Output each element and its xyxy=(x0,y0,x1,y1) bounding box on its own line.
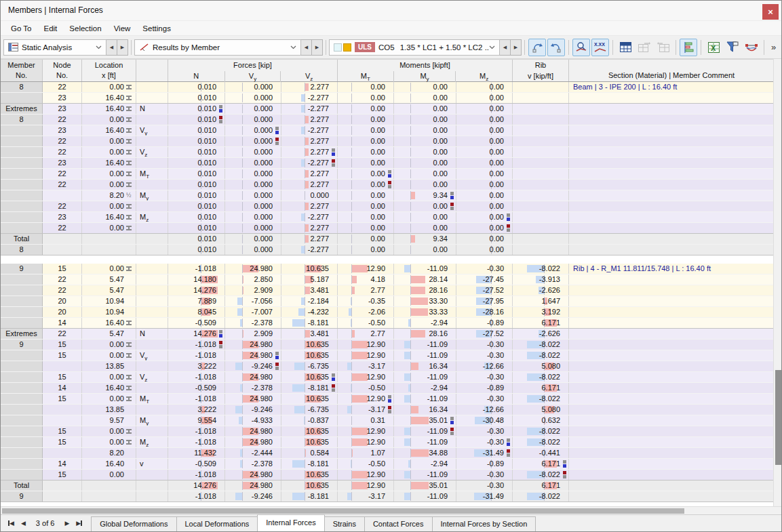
results-next-button[interactable]: ▶ xyxy=(312,39,323,56)
value-cell: 28.16 xyxy=(394,285,456,295)
table-row[interactable]: 220.00MT0.0100.0002.2770.000.000.00 xyxy=(1,169,774,180)
menu-goto[interactable]: Go To xyxy=(5,22,37,35)
value-cell: 9.554 xyxy=(168,415,225,426)
vertical-scrollbar-thumb[interactable] xyxy=(775,370,781,465)
table-row[interactable]: 150.00Mz-1.01824.98010.63512.90-11.09-0.… xyxy=(1,437,774,448)
col-header-extreme xyxy=(136,60,168,81)
analysis-type-combobox[interactable]: Static Analysis xyxy=(3,39,106,56)
member-group-label xyxy=(1,136,43,146)
table-row[interactable]: 80.0100.000-2.2770.000.000.00 xyxy=(1,245,774,255)
tab-internal-forces[interactable]: Internal Forces xyxy=(257,514,324,531)
load-combination-combobox[interactable]: ULS CO5 1.35 * LC1 + 1.50 * LC2 ... xyxy=(329,39,500,56)
table-row[interactable]: Extremes2316.40N0.0100.000-2.2770.000.00… xyxy=(1,104,774,115)
table-row[interactable]: 9150.00-1.01824.98010.63512.90-11.09-0.3… xyxy=(1,340,774,350)
combination-prev-button[interactable]: ◀ xyxy=(500,39,511,56)
table-row[interactable]: 1416.40-0.509-2.378-8.181-0.50-2.94-0.89… xyxy=(1,318,774,329)
member-results-button[interactable] xyxy=(743,39,760,56)
first-table-button[interactable]: ◀ xyxy=(5,518,18,528)
table-row[interactable]: 2316.40Vy0.0100.000-2.2770.000.000.00 xyxy=(1,125,774,136)
toolbar-overflow-button[interactable]: » xyxy=(771,42,776,52)
table-row[interactable]: 1416.40-0.509-2.378-8.181-0.50-2.94-0.89… xyxy=(1,383,774,394)
table-row[interactable]: 9150.00-1.01824.98010.63512.90-11.09-0.3… xyxy=(1,264,774,274)
table-row[interactable]: 150.00Vz-1.01824.98010.63512.90-11.09-0.… xyxy=(1,372,774,383)
section-comment xyxy=(569,169,774,179)
table-row[interactable]: 220.000.0100.0002.2770.000.000.00 xyxy=(1,180,774,190)
excel-export-button[interactable]: X xyxy=(705,39,722,56)
table-row[interactable]: Extremes225.47N14.2762.9093.4812.7728.16… xyxy=(1,329,774,340)
filter-button[interactable] xyxy=(724,39,741,56)
result-diagrams-button[interactable] xyxy=(680,39,697,56)
extreme-type-label xyxy=(136,264,168,274)
table-row[interactable]: 1416.40v-0.509-2.378-8.181-0.50-2.94-0.8… xyxy=(1,459,774,470)
next-extreme-button[interactable] xyxy=(547,39,565,56)
tab-local-deformations[interactable]: Local Deformations xyxy=(176,516,258,531)
results-mode-value: Results by Member xyxy=(153,43,290,52)
table-row[interactable]: 8.20½My0.0100.0000.0000.009.340.00 xyxy=(1,190,774,201)
value-cell: 9.34 xyxy=(394,234,456,244)
node-number xyxy=(43,405,82,415)
menu-selection[interactable]: Selection xyxy=(63,22,107,35)
combination-next-button[interactable]: ▶ xyxy=(511,39,522,56)
table-row[interactable]: 9.57My9.554-4.933-0.8370.3135.01-30.480.… xyxy=(1,415,774,426)
horizontal-scrollbar-thumb[interactable] xyxy=(2,508,684,514)
max-marker-icon xyxy=(388,395,391,403)
menu-edit[interactable]: Edit xyxy=(37,22,63,35)
table-row[interactable]: 8220.000.0100.0002.2770.000.000.00 xyxy=(1,115,774,125)
tab-global-deformations[interactable]: Global Deformations xyxy=(91,516,176,531)
value-cell: -11.09 xyxy=(394,491,456,502)
table-row[interactable]: 2010.948.045-7.007-4.232-2.0633.33-28.16… xyxy=(1,307,774,318)
table-row[interactable]: 150.00-1.01824.98010.63512.90-11.09-0.30… xyxy=(1,470,774,480)
table-row[interactable]: Total0.0100.0002.2770.009.340.00 xyxy=(1,234,774,245)
tab-internal-forces-by-section[interactable]: Internal Forces by Section xyxy=(432,516,536,531)
last-table-button[interactable]: ▶ xyxy=(73,518,85,528)
status-bar: ◀ ◀ 3 of 6 ▶ ▶ Global DeformationsLocal … xyxy=(1,514,781,531)
table-row[interactable]: 220.000.0100.0002.2770.000.000.00 xyxy=(1,223,774,234)
table-row[interactable]: 2316.400.0100.000-2.2770.000.000.00 xyxy=(1,158,774,169)
section-comment xyxy=(569,190,774,201)
table-row[interactable]: 150.00Vy-1.01824.98010.63512.90-11.09-0.… xyxy=(1,350,774,361)
results-prev-button[interactable]: ◀ xyxy=(301,39,312,56)
member-group-label xyxy=(1,415,43,426)
value-cell: 0.010 xyxy=(168,136,225,146)
table-row[interactable]: 8.2011.432-2.4440.5841.0734.88-31.49-0.4… xyxy=(1,448,774,459)
previous-table-button[interactable]: ◀ xyxy=(18,518,29,528)
table-row[interactable]: 9-1.018-9.246-8.181-3.17-11.09-31.49-8.0… xyxy=(1,491,774,502)
table-row[interactable]: 225.4714.1802.8505.1874.1828.14-27.45-3.… xyxy=(1,274,774,285)
horizontal-scrollbar[interactable] xyxy=(1,506,782,514)
table-row[interactable]: 2010.947.889-7.056-2.184-0.3533.30-27.95… xyxy=(1,296,774,307)
tab-strains[interactable]: Strains xyxy=(325,516,364,531)
member-group-label xyxy=(1,426,43,436)
next-table-button[interactable]: ▶ xyxy=(61,518,73,528)
menu-settings[interactable]: Settings xyxy=(136,22,177,35)
table-row[interactable]: 2316.40Mz0.0100.000-2.2770.000.000.00 xyxy=(1,212,774,223)
results-mode-combobox[interactable]: Results by Member xyxy=(134,39,301,56)
analysis-next-button[interactable]: ▶ xyxy=(117,39,128,56)
table-row[interactable]: 220.000.0100.0002.2770.000.000.00 xyxy=(1,201,774,212)
table-row[interactable]: Total14.27624.98010.63512.9035.01-0.306.… xyxy=(1,480,774,491)
value-cell: 0.00 xyxy=(456,115,513,125)
location-value: 5.47 xyxy=(82,329,136,339)
table-row[interactable]: 8220.000.0100.0002.2770.000.000.00Beam |… xyxy=(1,82,774,93)
menu-view[interactable]: View xyxy=(108,22,137,35)
show-result-values-button[interactable] xyxy=(572,39,590,56)
value-cell: -3.913 xyxy=(513,274,569,285)
analysis-prev-button[interactable]: ◀ xyxy=(106,39,117,56)
section-comment xyxy=(569,350,774,361)
tab-contact-forces[interactable]: Contact Forces xyxy=(364,516,432,531)
table-row[interactable]: 2316.400.0100.000-2.2770.000.000.00 xyxy=(1,93,774,104)
close-button[interactable]: × xyxy=(762,4,779,20)
table-row[interactable]: 220.00Vz0.0100.0002.2770.000.000.00 xyxy=(1,147,774,158)
table-row[interactable]: 150.00MT-1.01824.98010.63512.90-11.09-0.… xyxy=(1,394,774,405)
value-cell: 0.00 xyxy=(338,245,394,255)
table-row[interactable]: 13.853.222-9.246-6.735-3.1716.34-12.665.… xyxy=(1,405,774,415)
member-group-label xyxy=(1,223,43,233)
table-row[interactable]: 13.853.222-9.246-6.735-3.1716.34-12.665.… xyxy=(1,361,774,372)
table-row[interactable]: 225.4714.2762.9093.4812.7728.16-27.52-2.… xyxy=(1,285,774,296)
table-row[interactable]: 220.000.0100.0002.2770.000.000.00 xyxy=(1,136,774,147)
table-row[interactable]: 150.00-1.01824.98010.63512.90-11.09-0.30… xyxy=(1,426,774,437)
table-settings-button[interactable] xyxy=(617,39,634,56)
vertical-scrollbar[interactable] xyxy=(773,59,782,506)
previous-extreme-button[interactable] xyxy=(528,39,546,56)
decimal-places-button[interactable]: X.XX xyxy=(591,39,609,56)
section-comment xyxy=(569,329,774,339)
